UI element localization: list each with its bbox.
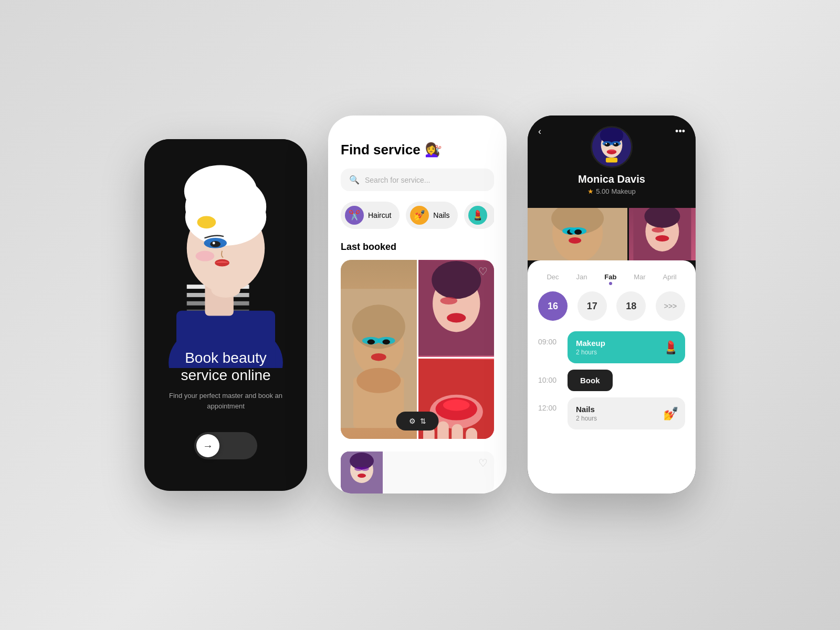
phone-profile: ‹ ••• (528, 116, 696, 494)
filter-button[interactable]: ⚙ ⇅ (396, 412, 439, 430)
toggle-knob[interactable]: → (196, 434, 219, 457)
svg-point-58 (600, 127, 623, 144)
profile-header: ‹ ••• (528, 116, 696, 208)
category-chip-haircut[interactable]: ✂️ Haircut (341, 202, 400, 229)
svg-point-55 (358, 474, 366, 478)
svg-point-33 (432, 261, 481, 299)
phone-find-service: Find service 💇‍♀️ 🔍 Search for service..… (328, 116, 507, 494)
date-16[interactable]: 16 (538, 291, 568, 321)
find-service-content: Find service 💇‍♀️ 🔍 Search for service..… (328, 116, 507, 494)
svg-point-39 (443, 399, 469, 411)
arrow-icon: → (203, 440, 213, 452)
svg-point-79 (656, 235, 669, 242)
time-slot-1200: 12:00 Nails 2 hours 💅 (538, 397, 685, 429)
month-fab[interactable]: Fab (600, 271, 621, 283)
months-row: Dec Jan Fab Mar April (538, 271, 685, 283)
profile-photo-main (528, 208, 627, 260)
book-button[interactable]: Book (568, 370, 613, 391)
haircut-icon: ✂️ (345, 206, 364, 225)
svg-point-61 (605, 143, 607, 144)
booking-images (341, 260, 494, 375)
back-button[interactable]: ‹ (538, 126, 541, 137)
makeup-slot-card[interactable]: Makeup 2 hours 💄 (568, 331, 685, 363)
profile-photos (528, 208, 696, 260)
profile-avatar (591, 126, 633, 168)
onboarding-content: Book beauty service online Find your per… (144, 349, 307, 411)
onboarding-cta-toggle[interactable]: → (194, 432, 257, 459)
profile-content: ‹ ••• (528, 116, 696, 494)
profile-photo-side (629, 208, 696, 260)
search-bar[interactable]: 🔍 Search for service... (341, 169, 494, 191)
svg-point-30 (356, 368, 401, 393)
dates-row: 16 17 18 >>> (538, 291, 685, 321)
nails-slot-icon: 💅 (663, 406, 679, 421)
profile-name: Monica Davis (538, 173, 685, 185)
month-mar[interactable]: Mar (629, 271, 649, 283)
title-emoji: 💇‍♀️ (425, 142, 442, 158)
categories-row: ✂️ Haircut 💅 Nails 💄 (341, 202, 494, 229)
time-1000: 10:00 (538, 370, 561, 384)
heart-icon-2[interactable]: ♡ (478, 457, 488, 469)
svg-point-16 (213, 242, 215, 244)
svg-point-20 (211, 282, 240, 298)
month-jan[interactable]: Jan (572, 271, 591, 283)
filter-sliders: ⇅ (420, 417, 426, 425)
svg-point-28 (371, 353, 386, 361)
svg-point-73 (574, 229, 582, 235)
onboarding-subtitle: Find your perfect master and book an app… (160, 391, 291, 411)
booking-card-2-wrap: ♡ (341, 452, 494, 494)
svg-point-34 (440, 297, 457, 304)
svg-point-64 (614, 143, 616, 144)
booking-card-2 (341, 452, 494, 494)
makeup-service-name: Makeup (576, 339, 677, 348)
svg-point-63 (613, 143, 618, 146)
time-900: 09:00 (538, 331, 561, 346)
date-18[interactable]: 18 (616, 291, 646, 321)
svg-point-19 (196, 251, 215, 261)
svg-rect-42 (452, 424, 463, 439)
haircut-label: Haircut (368, 211, 391, 219)
svg-point-78 (652, 227, 665, 233)
svg-rect-66 (606, 158, 617, 162)
time-slot-900: 09:00 Makeup 2 hours 💄 (538, 331, 685, 363)
makeup-duration: 2 hours (576, 349, 677, 356)
nails-slot-card[interactable]: Nails 2 hours 💅 (568, 397, 685, 429)
svg-rect-43 (466, 428, 477, 439)
makeup-icon: 💄 (468, 206, 487, 225)
category-chip-nails[interactable]: 💅 Nails (406, 202, 458, 229)
time-1200: 12:00 (538, 397, 561, 412)
makeup-slot-icon: 💄 (663, 340, 679, 355)
date-more[interactable]: >>> (656, 291, 685, 321)
find-service-title: Find service 💇‍♀️ (341, 142, 494, 158)
onboarding-illustration (144, 139, 307, 368)
heart-icon-1[interactable]: ♡ (478, 265, 488, 278)
month-april[interactable]: April (659, 271, 681, 283)
category-chip-makeup[interactable]: 💄 (464, 202, 494, 229)
onboarding-title: Book beauty service online (160, 349, 291, 384)
time-slot-1000: 10:00 Book (538, 370, 685, 391)
search-icon: 🔍 (349, 175, 360, 185)
profile-rating: ★ 5.00 Makeup (538, 187, 685, 195)
svg-point-35 (447, 313, 466, 322)
nails-icon: 💅 (410, 206, 429, 225)
phones-container: Book beauty service online Find your per… (113, 105, 727, 525)
nails-slot-name: Nails (576, 405, 677, 414)
svg-point-60 (605, 143, 610, 146)
second-card-image (341, 452, 383, 494)
svg-rect-41 (437, 421, 449, 439)
search-placeholder: Search for service... (365, 176, 430, 184)
svg-point-54 (361, 467, 369, 471)
nails-label: Nails (433, 211, 449, 219)
svg-point-15 (210, 241, 220, 247)
svg-point-13 (184, 165, 257, 217)
phone-onboarding: Book beauty service online Find your per… (144, 139, 307, 491)
date-17[interactable]: 17 (578, 291, 607, 321)
booking-card-1: ♡ (341, 260, 494, 439)
month-dec[interactable]: Dec (542, 271, 563, 283)
more-button[interactable]: ••• (675, 126, 685, 137)
svg-point-27 (382, 340, 390, 345)
booking-panel: Dec Jan Fab Mar April 16 17 18 >>> 09:00 (528, 260, 696, 494)
second-card-content (383, 452, 494, 494)
profile-star-icon: ★ (587, 187, 594, 195)
filter-icon: ⚙ (409, 417, 416, 425)
